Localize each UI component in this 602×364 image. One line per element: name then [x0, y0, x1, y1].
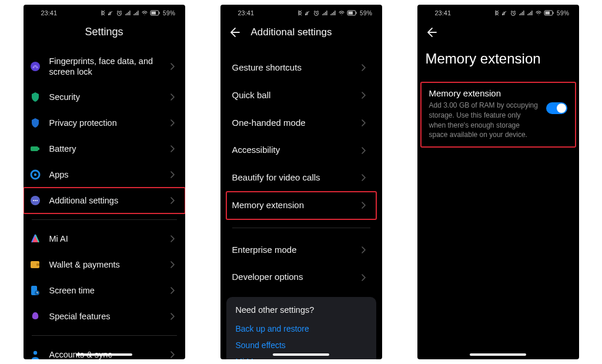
row-screen-time[interactable]: Screen time [24, 278, 185, 303]
arrow-left-icon [427, 28, 437, 37]
battery-pct: 59% [557, 10, 570, 16]
signal-1-icon [519, 10, 524, 16]
row-label: Mi AI [49, 233, 163, 244]
row-label: Screen time [49, 285, 163, 296]
row-label: Beautify for video calls [232, 172, 354, 183]
signal-1-icon [322, 10, 327, 16]
mute-icon [501, 10, 507, 16]
row-gesture-shortcuts[interactable]: Gesture shortcuts [220, 54, 382, 82]
status-icons: 59% [494, 10, 570, 16]
row-label: Privacy protection [49, 118, 163, 128]
page-header [417, 20, 579, 39]
battery-icon [150, 10, 160, 16]
row-special-features[interactable]: Special features [24, 303, 185, 329]
chevron-right-icon [171, 198, 179, 203]
row-beautify-video-calls[interactable]: Beautify for video calls [220, 164, 382, 192]
row-additional-settings[interactable]: Additional settings [24, 188, 185, 213]
row-fingerprints-face-data[interactable]: Fingerprints, face data, and screen lock [24, 49, 185, 84]
chevron-right-icon [171, 64, 179, 69]
chevron-right-icon [171, 262, 179, 268]
row-battery[interactable]: Battery [24, 136, 185, 162]
row-label: Wallet & payments [49, 259, 163, 270]
user-icon [29, 349, 41, 359]
chevron-right-icon [362, 148, 370, 153]
row-label: Memory extension [232, 200, 354, 211]
gear-icon [29, 169, 41, 181]
svg-point-11 [34, 200, 35, 201]
bluetooth-icon [297, 10, 302, 16]
row-quick-ball[interactable]: Quick ball [220, 82, 382, 109]
battery-pct: 59% [163, 10, 176, 16]
section-divider [232, 228, 370, 228]
status-bar: 23:41 59% [417, 5, 579, 20]
status-icons: 59% [297, 10, 373, 16]
row-security[interactable]: Security [24, 84, 185, 110]
row-accounts-sync[interactable]: Accounts & sync [24, 342, 185, 359]
mute-icon [108, 10, 113, 16]
row-memory-extension[interactable]: Memory extension [226, 192, 376, 219]
screen-additional-settings: 23:41 59% Additional settings Gesture sh… [220, 5, 382, 359]
svg-rect-5 [31, 146, 38, 151]
chevron-right-icon [362, 247, 370, 253]
chevron-right-icon [171, 313, 179, 319]
back-button[interactable] [229, 26, 242, 39]
wifi-icon [536, 10, 541, 16]
battery-icon [347, 10, 357, 16]
memory-extension-toggle[interactable] [546, 102, 567, 114]
chevron-right-icon [171, 94, 179, 100]
section-divider [32, 335, 177, 336]
screen-time-icon [29, 285, 41, 296]
bluetooth-icon [494, 10, 499, 16]
row-accessibility[interactable]: Accessibility [220, 136, 382, 164]
wifi-icon [339, 10, 345, 16]
signal-1-icon [125, 10, 131, 16]
row-apps[interactable]: Apps [24, 162, 185, 188]
row-label: Security [49, 92, 163, 102]
toggle-title: Memory extension [429, 88, 539, 98]
privacy-shield-icon [29, 117, 41, 129]
svg-rect-6 [38, 148, 39, 150]
status-icons: 59% [100, 10, 176, 16]
row-wallet-payments[interactable]: Wallet & payments [24, 252, 185, 278]
chevron-right-icon [171, 172, 179, 178]
chevron-right-icon [362, 92, 370, 98]
other-settings-card: Need other settings? Back up and restore… [226, 297, 376, 359]
row-one-handed-mode[interactable]: One-handed mode [220, 109, 382, 137]
chevron-right-icon [171, 120, 179, 126]
home-indicator[interactable] [273, 353, 329, 356]
row-label: Developer options [232, 272, 354, 283]
wallet-icon [29, 259, 41, 271]
row-label: Gesture shortcuts [232, 62, 354, 74]
page-header: Additional settings [220, 20, 382, 45]
link-backup-restore[interactable]: Back up and restore [236, 320, 367, 337]
home-indicator[interactable] [470, 353, 526, 356]
back-button[interactable] [426, 26, 439, 39]
card-title: Need other settings? [236, 305, 367, 315]
home-indicator[interactable] [76, 353, 132, 356]
page-title: Additional settings [251, 26, 332, 38]
dots-circle-icon [29, 195, 41, 206]
screen-memory-extension: 23:41 59% Memory extension Memory exten [417, 5, 579, 359]
row-privacy-protection[interactable]: Privacy protection [24, 110, 185, 136]
chevron-right-icon [362, 202, 370, 208]
svg-point-17 [33, 351, 36, 355]
svg-point-8 [34, 173, 36, 176]
row-label: Apps [49, 169, 163, 180]
row-label: One-handed mode [232, 118, 354, 129]
page-title: Settings [24, 20, 185, 49]
alarm-icon [313, 10, 319, 16]
signal-2-icon [133, 10, 139, 16]
row-label: Battery [49, 143, 163, 154]
bluetooth-icon [100, 10, 105, 16]
row-mi-ai[interactable]: Mi AI [24, 226, 185, 252]
row-enterprise-mode[interactable]: Enterprise mode [220, 236, 382, 264]
signal-2-icon [527, 10, 533, 16]
row-developer-options[interactable]: Developer options [220, 263, 382, 291]
alarm-icon [116, 10, 122, 16]
battery-icon [544, 10, 554, 16]
status-time: 23:41 [41, 9, 58, 16]
link-sound-effects[interactable]: Sound effects [236, 337, 367, 353]
row-label: Fingerprints, face data, and screen lock [49, 56, 163, 77]
svg-point-12 [36, 200, 37, 201]
mi-ai-icon [29, 233, 41, 245]
